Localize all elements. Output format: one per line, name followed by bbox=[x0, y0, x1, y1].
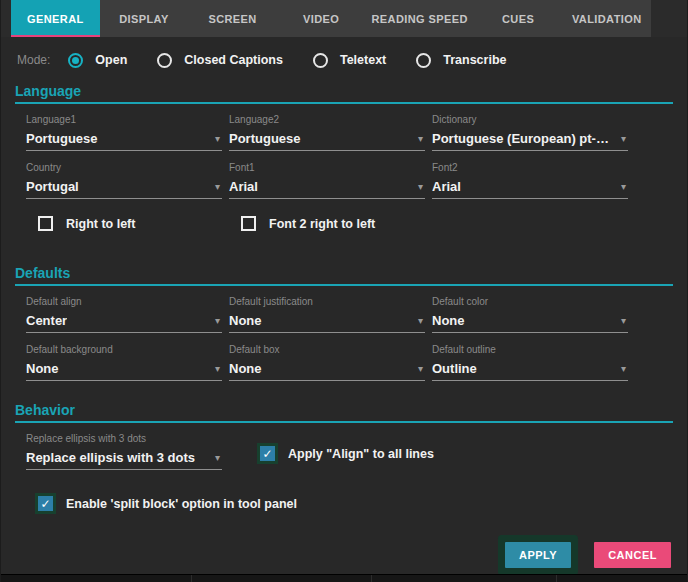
dialog-actions: APPLY CANCEL bbox=[505, 542, 671, 568]
default-justification-dropdown[interactable]: Default justification None ▾ bbox=[229, 296, 425, 333]
language-fields: Language1 Portuguese ▾ Language2 Portugu… bbox=[26, 114, 687, 210]
chevron-down-icon: ▾ bbox=[215, 181, 220, 192]
tab-bar: GENERAL DISPLAY SCREEN VIDEO READING SPE… bbox=[1, 0, 687, 37]
radio-transcribe[interactable]: Transcribe bbox=[416, 53, 506, 68]
section-title-behavior: Behavior bbox=[15, 402, 673, 423]
default-outline-dropdown[interactable]: Default outline Outline ▾ bbox=[432, 344, 628, 381]
tab-general[interactable]: GENERAL bbox=[11, 0, 100, 37]
chevron-down-icon: ▾ bbox=[418, 315, 423, 326]
radio-icon bbox=[313, 53, 328, 68]
chevron-down-icon: ▾ bbox=[621, 363, 626, 374]
chevron-down-icon: ▾ bbox=[418, 133, 423, 144]
defaults-fields: Default align Center ▾ Default justifica… bbox=[26, 296, 687, 392]
default-background-dropdown[interactable]: Default background None ▾ bbox=[26, 344, 222, 381]
chevron-down-icon: ▾ bbox=[621, 133, 626, 144]
chevron-down-icon: ▾ bbox=[418, 363, 423, 374]
checkbox-unchecked-icon bbox=[241, 216, 256, 231]
mode-row: Mode: Open Closed Captions Teletext Tran… bbox=[17, 47, 687, 73]
replace-ellipsis-dropdown[interactable]: Replace ellipsis with 3 dots Replace ell… bbox=[26, 433, 222, 470]
chevron-down-icon: ▾ bbox=[215, 315, 220, 326]
cancel-button[interactable]: CANCEL bbox=[594, 542, 671, 568]
font2-right-to-left-checkbox[interactable]: Font 2 right to left bbox=[241, 216, 437, 231]
apply-align-checkbox[interactable]: ✓ Apply "Align" to all lines bbox=[260, 446, 687, 461]
section-title-defaults: Defaults bbox=[15, 265, 673, 286]
tab-cues[interactable]: CUES bbox=[474, 0, 563, 37]
radio-open[interactable]: Open bbox=[68, 53, 127, 68]
chevron-down-icon: ▾ bbox=[418, 181, 423, 192]
radio-closed-captions[interactable]: Closed Captions bbox=[157, 53, 283, 68]
mode-label: Mode: bbox=[17, 53, 50, 67]
chevron-down-icon: ▾ bbox=[215, 363, 220, 374]
tab-reading-speed[interactable]: READING SPEED bbox=[366, 0, 474, 37]
font1-dropdown[interactable]: Font1 Arial ▾ bbox=[229, 162, 425, 199]
chevron-down-icon: ▾ bbox=[621, 181, 626, 192]
tab-display[interactable]: DISPLAY bbox=[100, 0, 189, 37]
right-to-left-checkbox[interactable]: Right to left bbox=[38, 216, 234, 231]
chevron-down-icon: ▾ bbox=[621, 315, 626, 326]
checkbox-checked-icon: ✓ bbox=[38, 496, 53, 511]
default-color-dropdown[interactable]: Default color None ▾ bbox=[432, 296, 628, 333]
chevron-down-icon: ▾ bbox=[215, 133, 220, 144]
radio-teletext[interactable]: Teletext bbox=[313, 53, 386, 68]
settings-dialog: GENERAL DISPLAY SCREEN VIDEO READING SPE… bbox=[0, 0, 688, 582]
font2-dropdown[interactable]: Font2 Arial ▾ bbox=[432, 162, 628, 199]
dictionary-dropdown[interactable]: Dictionary Portuguese (European) pt-… ▾ bbox=[432, 114, 628, 151]
default-align-dropdown[interactable]: Default align Center ▾ bbox=[26, 296, 222, 333]
radio-icon bbox=[416, 53, 431, 68]
chevron-down-icon: ▾ bbox=[215, 452, 220, 463]
split-block-checkbox[interactable]: ✓ Enable 'split block' option in tool pa… bbox=[38, 496, 687, 511]
tab-validation[interactable]: VALIDATION bbox=[562, 0, 651, 37]
apply-button[interactable]: APPLY bbox=[505, 542, 571, 568]
section-title-language: Language bbox=[15, 83, 673, 104]
tab-screen[interactable]: SCREEN bbox=[188, 0, 277, 37]
checkbox-checked-icon: ✓ bbox=[260, 446, 275, 461]
country-dropdown[interactable]: Country Portugal ▾ bbox=[26, 162, 222, 199]
language2-dropdown[interactable]: Language2 Portuguese ▾ bbox=[229, 114, 425, 151]
tab-video[interactable]: VIDEO bbox=[277, 0, 366, 37]
radio-selected-icon bbox=[68, 53, 83, 68]
behavior-row: Replace ellipsis with 3 dots Replace ell… bbox=[26, 433, 687, 470]
checkbox-unchecked-icon bbox=[38, 216, 53, 231]
language-checkboxes: Right to left Font 2 right to left bbox=[38, 216, 687, 231]
default-box-dropdown[interactable]: Default box None ▾ bbox=[229, 344, 425, 381]
background-window-strip bbox=[1, 574, 687, 582]
language1-dropdown[interactable]: Language1 Portuguese ▾ bbox=[26, 114, 222, 151]
radio-icon bbox=[157, 53, 172, 68]
